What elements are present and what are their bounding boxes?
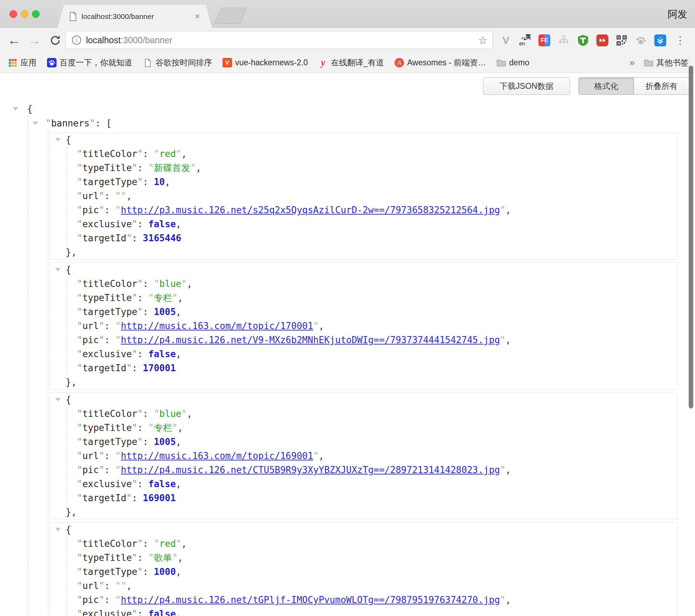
extensions-row: V ↷ 英 en FE ⋮	[500, 28, 686, 53]
apps-grid-icon	[8, 58, 17, 67]
json-row-targetType: "targetType": 10,	[51, 175, 677, 189]
indent-guide	[28, 116, 28, 615]
bookmark-folder-demo[interactable]: demo	[496, 58, 529, 67]
tab-close-icon[interactable]: ×	[195, 11, 200, 22]
address-bar[interactable]: i localhost:3000/banner ☆	[65, 31, 493, 49]
json-row-exclusive: "exclusive": false,	[51, 347, 677, 361]
video-speed-icon[interactable]	[596, 34, 608, 46]
bookmark-label: 应用	[20, 57, 37, 68]
collapse-toggle-icon[interactable]	[13, 107, 18, 111]
bookmark-label: 百度一下，你就知道	[60, 57, 132, 68]
bookmark-youdao[interactable]: y 在线翻译_有道	[318, 57, 384, 68]
reload-icon[interactable]	[46, 28, 65, 53]
object-open: {	[51, 133, 677, 147]
folder-icon	[644, 58, 653, 67]
new-tab-button[interactable]	[214, 8, 247, 24]
download-json-button[interactable]: 下载JSON数据	[483, 77, 570, 95]
fe-extension-icon[interactable]: FE	[538, 34, 550, 46]
bookmark-label: demo	[509, 58, 529, 67]
bookmarks-overflow-icon[interactable]: »	[630, 57, 635, 68]
bookmark-star-icon[interactable]: ☆	[478, 34, 488, 46]
json-row-url: "url": "http://music.163.com/m/topic/169…	[51, 449, 677, 463]
paw-icon[interactable]	[635, 34, 647, 46]
json-row-exclusive: "exclusive": false,	[51, 607, 677, 616]
scrollbar-thumb[interactable]	[689, 66, 693, 408]
object-close: },	[51, 375, 677, 389]
json-row-titleColor: "titleColor": "blue",	[51, 407, 677, 421]
json-row-typeTitle: "typeTitle": "新碟首发",	[51, 161, 677, 175]
page-icon	[143, 58, 152, 67]
json-url-link[interactable]: http://music.163.com/m/topic/169001	[121, 451, 313, 461]
translate-en-glyph: en	[519, 40, 525, 46]
bookmark-awesomes[interactable]: A Awesomes - 前端资…	[395, 57, 486, 68]
window-fullscreen-button[interactable]	[32, 10, 40, 18]
bookmark-apps[interactable]: 应用	[8, 57, 37, 68]
format-button[interactable]: 格式化	[578, 77, 634, 95]
json-key: banners	[51, 118, 90, 129]
browser-tab[interactable]: localhost:3000/banner ×	[58, 5, 212, 28]
url-path: :3000/banner	[121, 35, 172, 45]
forward-icon[interactable]: →	[25, 28, 44, 53]
baidu-paw-icon	[47, 58, 57, 67]
collapse-toggle-icon[interactable]	[55, 268, 61, 271]
json-row-pic: "pic": "http://p3.music.126.net/s25q2x5Q…	[51, 203, 677, 217]
qr-code-icon[interactable]	[616, 34, 628, 46]
window-minimize-button[interactable]	[21, 10, 28, 18]
json-row-pic: "pic": "http://p4.music.126.net/tGPljf-I…	[51, 593, 677, 607]
banner-entry: {"titleColor": "red","typeTitle": "新碟首发"…	[50, 132, 677, 260]
open-brace: {	[27, 104, 33, 114]
indent-guide	[67, 147, 67, 245]
view-mode-group: 格式化 折叠所有	[578, 77, 689, 95]
json-url-link[interactable]: http://music.163.com/m/topic/170001	[121, 321, 313, 331]
collapse-all-button[interactable]: 折叠所有	[634, 77, 689, 95]
bookmark-google-sort[interactable]: 谷歌按时间排序	[143, 57, 212, 68]
json-row-typeTitle: "typeTitle": "歌单",	[51, 551, 677, 565]
translate-icon[interactable]: ↷ 英 en	[519, 34, 531, 46]
profile-name[interactable]: 阿发	[668, 8, 687, 21]
browser-toolbar: ← → i localhost:3000/banner ☆ V ↷ 英 en F…	[0, 28, 695, 53]
collapse-toggle-icon[interactable]	[55, 138, 61, 142]
banner-entry: {"titleColor": "blue","typeTitle": "专栏",…	[50, 262, 677, 389]
other-bookmarks-folder[interactable]: 其他书签	[644, 57, 689, 68]
awesomes-icon: A	[395, 58, 404, 67]
object-close: },	[51, 505, 677, 519]
youdao-icon: y	[318, 58, 328, 67]
collapse-toggle-icon[interactable]	[55, 398, 61, 401]
tampermonkey-shield-icon[interactable]	[577, 34, 589, 46]
download-helper-icon[interactable]	[654, 34, 666, 46]
collapse-toggle-icon[interactable]	[55, 528, 61, 531]
json-root-line: {	[0, 102, 695, 116]
json-row-targetId: "targetId": 3165446	[51, 231, 677, 245]
json-url-link[interactable]: http://p3.music.126.net/s25q2x5QyqsAzilC…	[121, 205, 500, 215]
page-info-icon[interactable]: i	[72, 35, 81, 45]
bookmark-baidu[interactable]: 百度一下，你就知道	[47, 57, 132, 68]
json-url-link[interactable]: http://p4.music.126.net/CTU5B9R9y3XyYBZX…	[121, 465, 500, 475]
indent-guide	[67, 537, 67, 616]
indent-guide	[67, 277, 67, 375]
sitemap-icon[interactable]	[558, 34, 570, 46]
json-row-url: "url": "",	[51, 189, 677, 203]
window-close-button[interactable]	[9, 10, 17, 18]
indent-guide	[67, 407, 67, 505]
json-row-exclusive: "exclusive": false,	[51, 477, 677, 491]
array-open: : [	[95, 118, 112, 129]
browser-menu-icon[interactable]: ⋮	[674, 34, 686, 46]
json-row-url: "url": "",	[51, 579, 677, 593]
json-row-titleColor: "titleColor": "red",	[51, 537, 677, 551]
json-row-url: "url": "http://music.163.com/m/topic/170…	[51, 319, 677, 333]
bookmark-label: 其他书签	[656, 57, 689, 68]
json-row-targetId: "targetId": 169001	[51, 491, 677, 505]
json-url-link[interactable]: http://p4.music.126.net/tGPljf-IMOCyPvum…	[121, 595, 500, 605]
bookmark-label: 谷歌按时间排序	[155, 57, 212, 68]
back-icon[interactable]: ←	[5, 28, 23, 53]
bookmark-vue-hackernews[interactable]: V vue-hackernews-2.0	[223, 58, 308, 67]
vue-devtools-icon[interactable]: V	[500, 34, 512, 46]
json-url-link[interactable]: http://p4.music.126.net/V9-MXz6b2MNhEKju…	[121, 335, 500, 345]
translate-zh-glyph: 英	[525, 33, 531, 41]
json-row-typeTitle: "typeTitle": "专栏",	[51, 291, 677, 305]
collapse-toggle-icon[interactable]	[33, 122, 38, 125]
json-row-targetId: "targetId": 170001	[51, 361, 677, 375]
json-row-typeTitle: "typeTitle": "专栏",	[51, 421, 677, 435]
banners-array: {"titleColor": "red","typeTitle": "新碟首发"…	[50, 132, 677, 616]
bookmark-label: 在线翻译_有道	[331, 57, 384, 68]
